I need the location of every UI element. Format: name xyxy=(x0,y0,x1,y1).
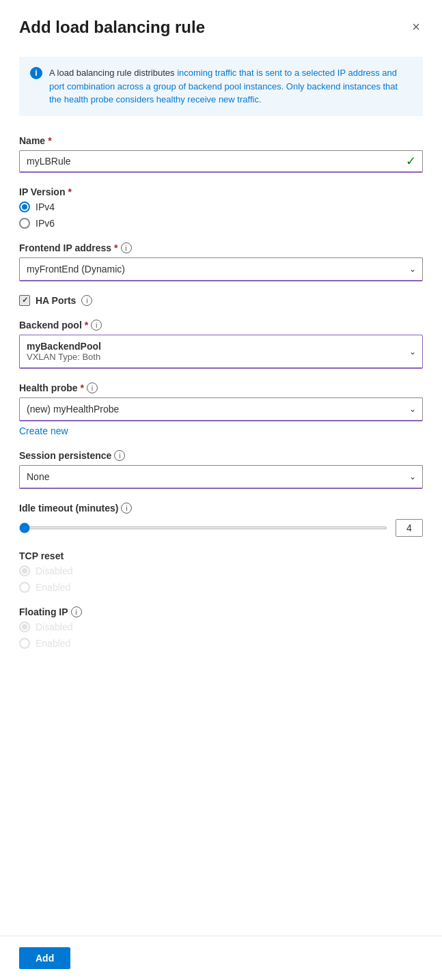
idle-timeout-field-group: Idle timeout (minutes) i 4 xyxy=(19,503,423,537)
tcp-reset-enabled-item: Enabled xyxy=(19,582,423,593)
frontend-ip-info-icon: i xyxy=(121,242,132,253)
floating-ip-disabled-item: Disabled xyxy=(19,621,423,632)
frontend-ip-label-text: Frontend IP address xyxy=(19,242,111,253)
floating-ip-disabled-radio xyxy=(19,621,30,632)
panel-footer: Add xyxy=(0,936,442,980)
ha-ports-checkbox[interactable]: ✓ xyxy=(19,295,30,306)
ip-version-radio-group: IPv4 IPv6 xyxy=(19,201,423,229)
floating-ip-enabled-radio xyxy=(19,638,30,649)
frontend-ip-required-star: * xyxy=(114,242,118,253)
backend-pool-select-wrapper: myBackendPool VXLAN Type: Both ⌄ xyxy=(19,335,423,369)
session-persistence-select[interactable]: None xyxy=(19,465,423,489)
info-link-text: incoming traffic that is sent to a selec… xyxy=(49,68,398,104)
floating-ip-radio-group: Disabled Enabled xyxy=(19,621,423,649)
floating-ip-label-text: Floating IP xyxy=(19,606,68,617)
panel-body: i A load balancing rule distributes inco… xyxy=(0,48,442,925)
ipv4-radio-button[interactable] xyxy=(19,201,30,212)
idle-timeout-info-icon: i xyxy=(121,503,132,514)
floating-ip-enabled-item: Enabled xyxy=(19,638,423,649)
health-probe-label: Health probe * i xyxy=(19,382,423,393)
health-probe-value: (new) myHealthProbe xyxy=(27,404,119,415)
session-persistence-field-group: Session persistence i None ⌄ xyxy=(19,450,423,489)
session-persistence-label-text: Session persistence xyxy=(19,450,111,461)
floating-ip-info-icon: i xyxy=(71,606,82,617)
floating-ip-disabled-label: Disabled xyxy=(36,621,72,632)
backend-pool-required-star: * xyxy=(85,320,88,331)
ipv4-radio-item[interactable]: IPv4 xyxy=(19,201,423,212)
tcp-reset-label: TCP reset xyxy=(19,550,423,561)
add-load-balancing-rule-panel: Add load balancing rule × i A load balan… xyxy=(0,0,442,980)
floating-ip-enabled-label: Enabled xyxy=(36,638,70,649)
floating-ip-label: Floating IP i xyxy=(19,606,423,617)
info-icon: i xyxy=(30,67,42,79)
ha-ports-checkmark: ✓ xyxy=(22,296,28,305)
session-persistence-info-icon: i xyxy=(114,450,125,461)
close-icon: × xyxy=(412,19,420,35)
name-check-icon: ✓ xyxy=(406,154,416,169)
ip-version-required-star: * xyxy=(68,186,71,197)
idle-timeout-slider[interactable] xyxy=(19,527,387,529)
ip-version-label-text: IP Version xyxy=(19,186,65,197)
add-button[interactable]: Add xyxy=(19,947,70,969)
tcp-reset-label-text: TCP reset xyxy=(19,550,64,561)
session-persistence-select-wrapper: None ⌄ xyxy=(19,465,423,489)
health-probe-select[interactable]: (new) myHealthProbe xyxy=(19,397,423,421)
session-persistence-label: Session persistence i xyxy=(19,450,423,461)
tcp-reset-field-group: TCP reset Disabled Enabled xyxy=(19,550,423,593)
info-text: A load balancing rule distributes incomi… xyxy=(49,66,412,107)
health-probe-select-wrapper: (new) myHealthProbe ⌄ xyxy=(19,397,423,421)
idle-timeout-value: 4 xyxy=(396,519,423,537)
ipv4-label: IPv4 xyxy=(36,201,55,212)
health-probe-field-group: Health probe * i (new) myHealthProbe ⌄ C… xyxy=(19,382,423,436)
ha-ports-row: ✓ HA Ports i xyxy=(19,295,423,306)
health-probe-label-text: Health probe xyxy=(19,382,78,393)
backend-pool-name: myBackendPool xyxy=(27,341,398,352)
tcp-reset-radio-group: Disabled Enabled xyxy=(19,565,423,593)
tcp-reset-disabled-label: Disabled xyxy=(36,565,72,576)
tcp-reset-disabled-dot xyxy=(22,568,27,574)
idle-timeout-slider-wrapper: 4 xyxy=(19,519,423,537)
name-field-group: Name * ✓ xyxy=(19,135,423,173)
backend-pool-info-icon: i xyxy=(91,320,102,331)
close-button[interactable]: × xyxy=(409,16,423,38)
ipv6-radio-button[interactable] xyxy=(19,218,30,229)
idle-timeout-label: Idle timeout (minutes) i xyxy=(19,503,423,514)
backend-pool-label-text: Backend pool xyxy=(19,320,82,331)
frontend-ip-label: Frontend IP address * i xyxy=(19,242,423,253)
name-label: Name * xyxy=(19,135,423,146)
ip-version-field-group: IP Version * IPv4 IPv6 xyxy=(19,186,423,229)
panel-header: Add load balancing rule × xyxy=(0,0,442,48)
backend-pool-label: Backend pool * i xyxy=(19,320,423,331)
frontend-ip-value: myFrontEnd (Dynamic) xyxy=(27,264,125,275)
backend-pool-sub: VXLAN Type: Both xyxy=(27,352,398,362)
ipv6-radio-item[interactable]: IPv6 xyxy=(19,218,423,229)
tcp-reset-disabled-radio xyxy=(19,565,30,576)
health-probe-info-icon: i xyxy=(87,382,98,393)
frontend-ip-select-wrapper: myFrontEnd (Dynamic) ⌄ xyxy=(19,257,423,281)
tcp-reset-disabled-item: Disabled xyxy=(19,565,423,576)
name-label-text: Name xyxy=(19,135,45,146)
session-persistence-value: None xyxy=(27,471,49,482)
ip-version-label: IP Version * xyxy=(19,186,423,197)
ha-ports-label: HA Ports xyxy=(36,295,76,306)
tcp-reset-enabled-label: Enabled xyxy=(36,582,70,593)
create-new-link[interactable]: Create new xyxy=(19,425,423,436)
backend-pool-select[interactable]: myBackendPool VXLAN Type: Both xyxy=(19,335,423,369)
name-input-wrapper: ✓ xyxy=(19,150,423,173)
name-required-star: * xyxy=(48,135,51,146)
ipv4-radio-dot xyxy=(22,204,27,210)
health-probe-required-star: * xyxy=(81,382,84,393)
ipv6-label: IPv6 xyxy=(36,218,55,229)
ha-ports-info-icon: i xyxy=(81,295,92,306)
info-box: i A load balancing rule distributes inco… xyxy=(19,57,423,116)
idle-timeout-label-text: Idle timeout (minutes) xyxy=(19,503,118,514)
floating-ip-disabled-dot xyxy=(22,624,27,630)
frontend-ip-select[interactable]: myFrontEnd (Dynamic) xyxy=(19,257,423,281)
tcp-reset-enabled-radio xyxy=(19,582,30,593)
panel-title: Add load balancing rule xyxy=(19,18,205,37)
name-input[interactable] xyxy=(19,150,423,173)
frontend-ip-field-group: Frontend IP address * i myFrontEnd (Dyna… xyxy=(19,242,423,281)
floating-ip-field-group: Floating IP i Disabled Enabled xyxy=(19,606,423,649)
backend-pool-field-group: Backend pool * i myBackendPool VXLAN Typ… xyxy=(19,320,423,369)
